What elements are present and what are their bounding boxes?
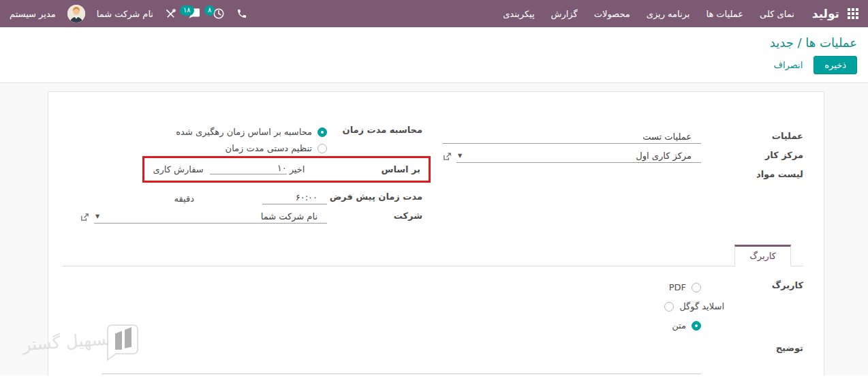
company-switcher[interactable]: نام شرکت شما [97, 9, 153, 19]
save-button[interactable]: ذخیره [813, 56, 857, 74]
menu-reporting[interactable]: گزارش [551, 9, 578, 19]
messages-tray[interactable]: ۱۸ [188, 7, 201, 20]
tab-content: کاربرگ PDF اسلاید گوگل متن [62, 266, 803, 374]
control-panel: عملیات ها / جدید ذخیره انصراف [0, 27, 868, 83]
worksheet-label: کاربرگ [701, 280, 803, 293]
radio-option-pdf-label: PDF [669, 282, 686, 292]
radio-selected-icon[interactable] [317, 127, 327, 137]
field-row-operation: عملیات عملیات تست [443, 125, 803, 144]
radio-selected-icon[interactable] [692, 321, 701, 331]
operation-input[interactable]: عملیات تست [443, 130, 701, 144]
menu-planning[interactable]: برنامه ریزی [647, 9, 690, 19]
systray: ۸ ۱۸ نام شرکت شما [10, 5, 247, 22]
default-duration-label: مدت زمان پیش فرض [327, 192, 422, 204]
radio-option-pdf[interactable]: PDF [669, 282, 701, 292]
content-area: عملیات عملیات تست مرکز کار مرکز کاری اول… [0, 83, 868, 376]
main-menu: نمای کلی عملیات ها برنامه ریزی محصولات گ… [503, 9, 794, 19]
control-buttons: ذخیره انصراف [11, 56, 857, 74]
based-on-count-input[interactable]: ۱۰ [210, 163, 287, 174]
radio-option-text[interactable]: متن [672, 320, 701, 331]
apps-grid-icon[interactable] [848, 8, 858, 19]
app-name[interactable]: تولید [812, 7, 839, 20]
duration-mode-label: محاسبه مدت زمان [327, 125, 422, 138]
radio-unselected-icon[interactable] [317, 144, 327, 153]
user-menu[interactable] [67, 5, 85, 22]
company-label: شرکت [327, 211, 422, 224]
based-on-label: بر اساس [381, 164, 420, 174]
duration-unit: دقیقه [174, 194, 194, 204]
avatar [67, 5, 85, 22]
company-input[interactable]: نام شرکت شما ▼ [94, 210, 327, 224]
workcenter-label: مرکز کار [701, 150, 803, 163]
operation-value: عملیات تست [642, 132, 701, 142]
field-row-duration-mode: محاسبه مدت زمان محاسبه بر اساس زمان رهگی… [62, 125, 422, 153]
field-row-worksheet: کاربرگ PDF اسلاید گوگل متن [62, 280, 803, 331]
messages-badge: ۱۸ [180, 5, 194, 16]
radio-option-text-label: متن [672, 320, 686, 331]
worksheet-options: PDF اسلاید گوگل متن [62, 280, 701, 331]
bom-label: لیست مواد [701, 169, 803, 182]
field-row-default-duration: مدت زمان پیش فرض ۶۰:۰۰ دقیقه [62, 185, 422, 204]
company-value: نام شرکت شما [261, 211, 327, 222]
tab-bar: کاربرگ [62, 245, 803, 266]
external-link-icon[interactable] [443, 152, 452, 161]
workcenter-input[interactable]: مرکز کاری اول ▼ [456, 149, 701, 163]
top-navbar: تولید نمای کلی عملیات ها برنامه ریزی محص… [0, 0, 868, 27]
phone-icon [236, 8, 247, 19]
chevron-down-icon[interactable]: ▼ [94, 214, 99, 219]
default-duration-input[interactable]: ۶۰:۰۰ [262, 191, 327, 204]
operation-label: عملیات [701, 131, 803, 144]
field-row-workcenter: مرکز کار مرکز کاری اول ▼ [443, 144, 803, 163]
highlight-box: بر اساس اخیر ۱۰ سفارش کاری [142, 156, 431, 183]
default-duration-value: ۶۰:۰۰ [296, 192, 327, 203]
radio-option-tracked-label: محاسبه بر اساس زمان رهگیری شده [176, 127, 312, 137]
radio-option-manual[interactable]: تنظیم دستی مدت زمان [62, 143, 327, 153]
radio-option-manual-label: تنظیم دستی مدت زمان [226, 143, 312, 153]
field-row-bom: لیست مواد [443, 163, 803, 182]
group-right: عملیات عملیات تست مرکز کار مرکز کاری اول… [443, 125, 803, 224]
form-top-group: عملیات عملیات تست مرکز کار مرکز کاری اول… [62, 125, 803, 224]
activities-tray[interactable]: ۸ [213, 7, 225, 20]
radio-option-google-slide-label: اسلاید گوگل [679, 301, 724, 311]
field-row-company: شرکت نام شرکت شما ▼ [62, 204, 422, 224]
menu-configuration[interactable]: پیکربندی [503, 9, 534, 19]
menu-overview[interactable]: نمای کلی [760, 9, 794, 19]
tab-worksheet[interactable]: کاربرگ [734, 245, 791, 266]
tools-icon[interactable] [165, 8, 176, 20]
breadcrumb[interactable]: عملیات ها / جدید [11, 35, 857, 50]
phone-icon[interactable] [236, 8, 247, 19]
notebook: کاربرگ کاربرگ PDF اسلاید گوگل [62, 245, 803, 374]
description-textarea[interactable] [102, 343, 701, 374]
description-label: توضیح [701, 343, 803, 356]
field-row-description: توضیح [62, 343, 803, 374]
wrench-screwdriver-icon [165, 8, 176, 20]
based-on-count-value: ۱۰ [277, 163, 287, 173]
radio-option-tracked[interactable]: محاسبه بر اساس زمان رهگیری شده [62, 127, 327, 137]
external-link-icon[interactable] [80, 213, 89, 222]
discard-button[interactable]: انصراف [774, 60, 803, 70]
workcenter-value: مرکز کاری اول [636, 151, 701, 162]
chevron-down-icon[interactable]: ▼ [456, 153, 462, 159]
menu-operations[interactable]: عملیات ها [706, 9, 743, 19]
duration-mode-options: محاسبه بر اساس زمان رهگیری شده تنظیم دست… [62, 125, 327, 153]
based-on-prefix: اخیر [290, 164, 305, 174]
radio-unselected-icon[interactable] [664, 302, 674, 311]
form-sheet: عملیات عملیات تست مرکز کار مرکز کاری اول… [48, 91, 824, 376]
radio-unselected-icon[interactable] [692, 283, 701, 292]
menu-products[interactable]: محصولات [594, 9, 630, 19]
user-name: مدیر سیستم [10, 9, 56, 19]
radio-option-google-slide[interactable]: اسلاید گوگل [664, 301, 724, 311]
based-on-suffix: سفارش کاری [153, 164, 203, 174]
group-left: محاسبه مدت زمان محاسبه بر اساس زمان رهگی… [62, 125, 422, 224]
